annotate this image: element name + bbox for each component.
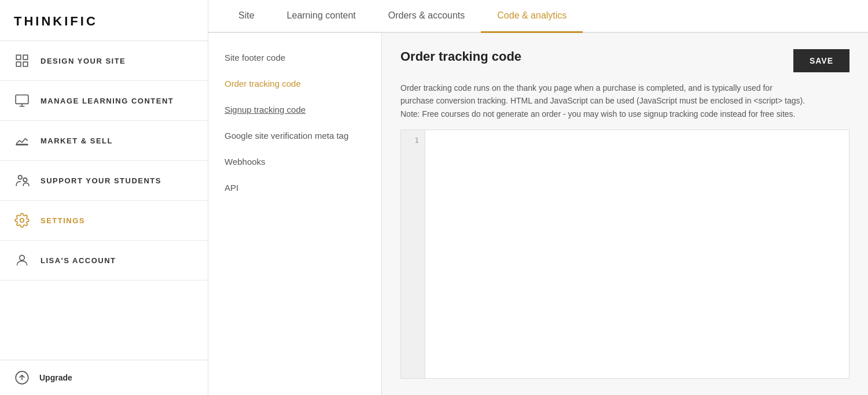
save-button[interactable]: SAVE <box>793 49 849 72</box>
tab-orders[interactable]: Orders & accounts <box>372 0 481 33</box>
svg-rect-1 <box>23 55 28 60</box>
sidebar-item-settings[interactable]: SETTINGS <box>0 201 208 241</box>
right-panel: Order tracking code SAVE Order tracking … <box>382 33 868 395</box>
sidebar-item-market[interactable]: MARKET & SELL <box>0 121 208 161</box>
nav-items: DESIGN YOUR SITE MANAGE LEARNING CONTENT… <box>0 41 208 360</box>
sidebar-item-design[interactable]: DESIGN YOUR SITE <box>0 41 208 81</box>
sub-nav-signup-tracking[interactable]: Signup tracking code <box>208 97 381 123</box>
users-icon <box>14 172 30 189</box>
layout-icon <box>14 53 30 69</box>
tab-site[interactable]: Site <box>222 0 271 33</box>
sidebar-label-settings: SETTINGS <box>41 216 85 225</box>
logo-area: THINKIFIC <box>0 0 208 41</box>
svg-point-8 <box>20 219 24 223</box>
sidebar-label-market: MARKET & SELL <box>41 136 113 145</box>
svg-rect-3 <box>23 62 28 67</box>
panel-title: Order tracking code <box>400 49 521 64</box>
sidebar: THINKIFIC DESIGN YOUR SITE MANAGE LEARNI… <box>0 0 208 395</box>
sidebar-label-design: DESIGN YOUR SITE <box>41 57 126 65</box>
sub-nav-footer[interactable]: Site footer code <box>208 45 381 71</box>
svg-point-6 <box>19 175 23 179</box>
sub-nav-webhooks[interactable]: Webhooks <box>208 149 381 175</box>
svg-point-7 <box>23 178 27 182</box>
upgrade-section[interactable]: Upgrade <box>0 360 208 395</box>
content-area: Site footer code Order tracking code Sig… <box>208 33 868 395</box>
line-number-1: 1 <box>414 136 419 145</box>
gear-icon <box>14 212 30 228</box>
edit-icon <box>14 93 30 109</box>
svg-rect-5 <box>16 145 28 145</box>
sidebar-label-account: LISA'S ACCOUNT <box>41 256 116 265</box>
sidebar-label-manage: MANAGE LEARNING CONTENT <box>41 97 174 105</box>
sidebar-label-support: SUPPORT YOUR STUDENTS <box>41 176 161 185</box>
top-tabs: Site Learning content Orders & accounts … <box>208 0 868 33</box>
tab-code[interactable]: Code & analytics <box>481 0 583 33</box>
panel-header: Order tracking code SAVE <box>400 49 849 72</box>
main-content: Site Learning content Orders & accounts … <box>208 0 868 395</box>
logo: THINKIFIC <box>14 14 98 28</box>
sidebar-item-manage[interactable]: MANAGE LEARNING CONTENT <box>0 81 208 121</box>
sub-nav-google-verification[interactable]: Google site verification meta tag <box>208 123 381 149</box>
panel-description: Order tracking code runs on the thank yo… <box>400 82 806 120</box>
svg-rect-2 <box>16 62 21 67</box>
tab-learning[interactable]: Learning content <box>271 0 372 33</box>
upgrade-icon <box>14 370 30 386</box>
sidebar-item-support[interactable]: SUPPORT YOUR STUDENTS <box>0 161 208 201</box>
svg-rect-4 <box>16 95 28 104</box>
svg-rect-0 <box>16 55 21 60</box>
chart-icon <box>14 132 30 149</box>
sub-nav: Site footer code Order tracking code Sig… <box>208 33 382 395</box>
sub-nav-order-tracking[interactable]: Order tracking code <box>208 71 381 97</box>
sidebar-item-account[interactable]: LISA'S ACCOUNT <box>0 241 208 280</box>
code-input[interactable] <box>425 130 849 378</box>
sub-nav-api[interactable]: API <box>208 175 381 201</box>
svg-point-9 <box>20 255 25 260</box>
line-numbers: 1 <box>401 130 425 378</box>
code-editor: 1 <box>400 130 849 379</box>
user-icon <box>14 252 30 268</box>
upgrade-label: Upgrade <box>39 373 72 382</box>
